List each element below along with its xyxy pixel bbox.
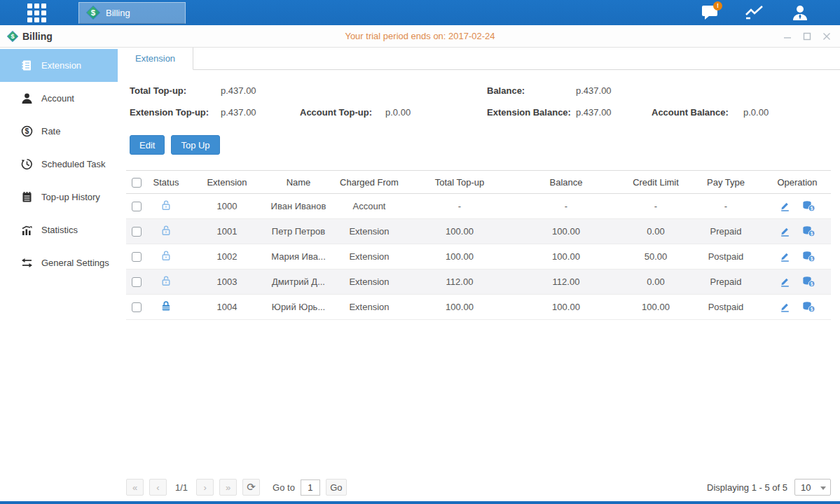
- goto-label: Go to: [273, 482, 295, 493]
- apps-grid-icon[interactable]: [25, 1, 48, 24]
- cell-balance: 100.00: [509, 219, 624, 244]
- unlocked-icon: [160, 225, 172, 236]
- topup-coins-icon[interactable]: $: [802, 301, 815, 313]
- cell-balance: 100.00: [509, 295, 624, 320]
- cell-balance: -: [509, 194, 624, 219]
- table-row: 1004 Юрий Юрь... Extension 100.00 100.00…: [126, 295, 831, 320]
- edit-pencil-icon[interactable]: [779, 276, 791, 288]
- top-up-button[interactable]: Top Up: [171, 135, 219, 155]
- billing-app-icon: $: [86, 6, 100, 20]
- row-checkbox[interactable]: [132, 252, 142, 262]
- cell-name: Петр Петров: [269, 219, 328, 244]
- svg-text:$: $: [91, 8, 96, 17]
- prev-page-button[interactable]: ‹: [149, 479, 167, 496]
- balance-value: p.437.00: [576, 80, 612, 102]
- topup-coins-icon[interactable]: $: [802, 225, 815, 237]
- extension-topup-label: Extension Top-up:: [130, 102, 221, 123]
- cell-credit-limit: 100.00: [624, 295, 688, 320]
- cell-balance: 112.00: [509, 270, 624, 295]
- sidebar-item-rate[interactable]: $ Rate: [0, 115, 118, 148]
- user-icon[interactable]: [788, 3, 812, 22]
- row-checkbox[interactable]: [132, 302, 142, 312]
- cell-total-topup: 100.00: [411, 244, 509, 270]
- svg-text:$: $: [811, 256, 813, 262]
- unlocked-icon: [160, 250, 172, 261]
- topup-coins-icon[interactable]: $: [802, 200, 815, 212]
- cell-pay-type: -: [688, 194, 764, 219]
- cell-extension: 1002: [185, 244, 269, 270]
- edit-pencil-icon[interactable]: [779, 251, 791, 262]
- sidebar-item-label: Account: [41, 93, 74, 104]
- svg-text:$: $: [811, 231, 813, 237]
- unlocked-icon: [160, 275, 172, 286]
- cell-total-topup: 100.00: [411, 219, 509, 244]
- topup-coins-icon[interactable]: $: [802, 276, 815, 288]
- sidebar-item-statistics[interactable]: Statistics: [0, 214, 118, 246]
- edit-pencil-icon[interactable]: [779, 200, 791, 212]
- status-lock-icon: [160, 227, 172, 238]
- next-page-button[interactable]: ›: [196, 479, 214, 496]
- taskbar-item-billing[interactable]: $ Billing: [78, 2, 186, 24]
- row-checkbox[interactable]: [132, 277, 142, 287]
- page-indicator: 1/1: [172, 482, 191, 493]
- topup-coins-icon[interactable]: $: [802, 251, 815, 262]
- dollar-circle-icon: $: [21, 125, 33, 137]
- cell-total-topup: -: [411, 194, 509, 219]
- minimize-icon[interactable]: [781, 30, 794, 43]
- cell-extension: 1000: [185, 194, 269, 219]
- sidebar-item-account[interactable]: Account: [0, 82, 118, 115]
- sidebar-item-label: Top-up History: [41, 192, 100, 202]
- action-buttons: Edit Top Up: [130, 135, 840, 155]
- row-checkbox[interactable]: [132, 202, 142, 211]
- cell-name: Юрий Юрь...: [269, 295, 328, 320]
- col-extension: Extension: [185, 171, 269, 194]
- total-topup-value: p.437.00: [221, 80, 256, 102]
- svg-text:$: $: [11, 33, 14, 40]
- notepad-icon: [21, 191, 33, 203]
- sidebar-item-label: Rate: [41, 126, 60, 136]
- pagination-bar: « ‹ 1/1 › » ⟳ Go to Go Displaying 1 - 5 …: [126, 479, 831, 496]
- window-controls: [781, 25, 833, 48]
- monitor-icon[interactable]: [743, 3, 767, 22]
- sidebar-item-extension[interactable]: Extension: [0, 49, 118, 82]
- first-page-button[interactable]: «: [126, 479, 144, 496]
- cell-charged-from: Extension: [328, 244, 411, 270]
- row-checkbox[interactable]: [132, 227, 142, 237]
- extension-table: Status Extension Name Charged From Total…: [126, 170, 831, 320]
- col-status: Status: [147, 171, 185, 194]
- edit-pencil-icon[interactable]: [779, 301, 791, 313]
- edit-button[interactable]: Edit: [130, 135, 165, 155]
- edit-pencil-icon[interactable]: [779, 225, 791, 237]
- col-operation: Operation: [764, 171, 831, 194]
- last-page-button[interactable]: »: [219, 479, 237, 496]
- account-balance-value: p.0.00: [743, 102, 769, 123]
- stats-chart-icon: [21, 224, 33, 236]
- summary-panel: Total Top-up: p.437.00 Extension Top-up:…: [130, 80, 840, 123]
- goto-page-input[interactable]: [301, 479, 320, 496]
- cell-name: Дмитрий Д...: [269, 270, 328, 295]
- tab-extension[interactable]: Extension: [118, 48, 193, 70]
- arrows-swap-icon: [21, 257, 33, 269]
- maximize-icon[interactable]: [801, 30, 813, 43]
- main-content: Extension Total Top-up: p.437.00 Extensi…: [118, 48, 840, 501]
- tab-strip: Extension: [118, 48, 840, 70]
- cell-charged-from: Extension: [328, 219, 411, 244]
- select-all-checkbox[interactable]: [132, 178, 142, 188]
- page-size-select[interactable]: 10: [794, 479, 831, 496]
- table-row: 1003 Дмитрий Д... Extension 112.00 112.0…: [126, 270, 831, 295]
- sidebar-item-scheduled-task[interactable]: Scheduled Task: [0, 148, 118, 181]
- cell-total-topup: 112.00: [411, 270, 509, 295]
- displaying-text: Displaying 1 - 5 of 5: [707, 482, 787, 493]
- cell-pay-type: Prepaid: [688, 219, 764, 244]
- sidebar-item-general-settings[interactable]: General Settings: [0, 246, 118, 279]
- close-icon[interactable]: [820, 30, 833, 43]
- taskbar-item-label: Billing: [106, 8, 130, 18]
- messages-icon[interactable]: !: [698, 3, 722, 22]
- screen: $ Billing !: [0, 0, 840, 504]
- extension-balance-value: p.437.00: [576, 102, 652, 123]
- refresh-icon[interactable]: ⟳: [242, 479, 260, 496]
- sidebar-item-topup-history[interactable]: Top-up History: [0, 181, 118, 214]
- window-title: $ Billing: [7, 31, 53, 42]
- go-button[interactable]: Go: [326, 479, 347, 496]
- account-topup-value: p.0.00: [385, 102, 411, 123]
